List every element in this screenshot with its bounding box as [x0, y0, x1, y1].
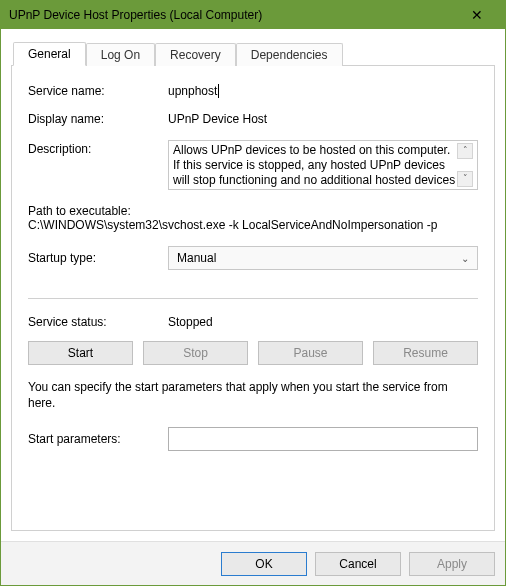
label-display-name: Display name:: [28, 112, 168, 126]
text-caret: [218, 84, 219, 98]
row-service-name: Service name: upnphost: [28, 84, 478, 98]
scroll-down-icon[interactable]: ˅: [457, 171, 473, 187]
row-display-name: Display name: UPnP Device Host: [28, 112, 478, 126]
value-path: C:\WINDOWS\system32\svchost.exe -k Local…: [28, 218, 478, 232]
row-description: Description: Allows UPnP devices to be h…: [28, 140, 478, 190]
label-startup-type: Startup type:: [28, 251, 168, 265]
description-box[interactable]: Allows UPnP devices to be hosted on this…: [168, 140, 478, 190]
row-start-parameters: Start parameters:: [28, 427, 478, 451]
tab-panel-general: Service name: upnphost Display name: UPn…: [11, 65, 495, 531]
startup-type-select[interactable]: Manual ⌄: [168, 246, 478, 270]
label-start-parameters: Start parameters:: [28, 432, 168, 446]
value-service-status: Stopped: [168, 315, 478, 329]
row-startup-type: Startup type: Manual ⌄: [28, 246, 478, 270]
properties-window: UPnP Device Host Properties (Local Compu…: [0, 0, 506, 586]
service-control-buttons: Start Stop Pause Resume: [28, 341, 478, 365]
label-path: Path to executable:: [28, 204, 478, 218]
start-parameters-note: You can specify the start parameters tha…: [28, 379, 478, 411]
tab-strip: General Log On Recovery Dependencies: [13, 41, 495, 65]
stop-button[interactable]: Stop: [143, 341, 248, 365]
row-path: Path to executable: C:\WINDOWS\system32\…: [28, 204, 478, 232]
description-text: Allows UPnP devices to be hosted on this…: [173, 143, 457, 187]
client-area: General Log On Recovery Dependencies Ser…: [1, 29, 505, 541]
resume-button[interactable]: Resume: [373, 341, 478, 365]
tab-general[interactable]: General: [13, 42, 86, 66]
close-icon[interactable]: ✕: [457, 7, 497, 23]
start-parameters-input[interactable]: [168, 427, 478, 451]
cancel-button[interactable]: Cancel: [315, 552, 401, 576]
apply-button[interactable]: Apply: [409, 552, 495, 576]
chevron-down-icon: ⌄: [461, 253, 469, 264]
description-scrollbar[interactable]: ˄ ˅: [457, 143, 473, 187]
titlebar[interactable]: UPnP Device Host Properties (Local Compu…: [1, 1, 505, 29]
window-title: UPnP Device Host Properties (Local Compu…: [9, 8, 457, 22]
start-button[interactable]: Start: [28, 341, 133, 365]
label-service-name: Service name:: [28, 84, 168, 98]
label-description: Description:: [28, 140, 168, 156]
value-service-name[interactable]: upnphost: [168, 84, 478, 98]
ok-button[interactable]: OK: [221, 552, 307, 576]
dialog-footer: OK Cancel Apply: [1, 541, 505, 585]
value-display-name: UPnP Device Host: [168, 112, 478, 126]
tab-recovery[interactable]: Recovery: [155, 43, 236, 66]
separator: [28, 298, 478, 299]
tab-log-on[interactable]: Log On: [86, 43, 155, 66]
pause-button[interactable]: Pause: [258, 341, 363, 365]
startup-type-value: Manual: [177, 251, 216, 265]
label-service-status: Service status:: [28, 315, 168, 329]
row-service-status: Service status: Stopped: [28, 315, 478, 329]
scroll-up-icon[interactable]: ˄: [457, 143, 473, 159]
tab-dependencies[interactable]: Dependencies: [236, 43, 343, 66]
